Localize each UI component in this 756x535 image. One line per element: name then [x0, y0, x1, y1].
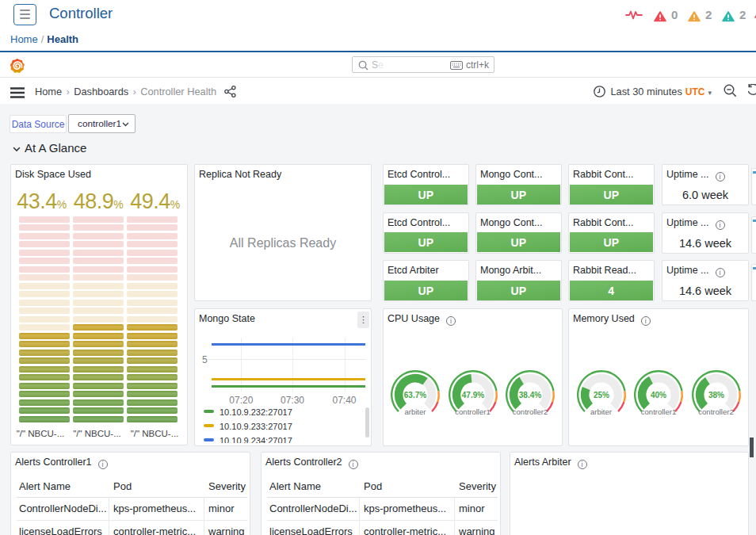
- svg-text:38.4%: 38.4%: [519, 390, 541, 399]
- svg-text:47.9%: 47.9%: [461, 390, 483, 399]
- svg-text:25%: 25%: [593, 390, 609, 399]
- svg-text:63.7%: 63.7%: [404, 390, 426, 399]
- svg-text:38%: 38%: [708, 390, 724, 399]
- svg-text:40%: 40%: [651, 390, 666, 399]
